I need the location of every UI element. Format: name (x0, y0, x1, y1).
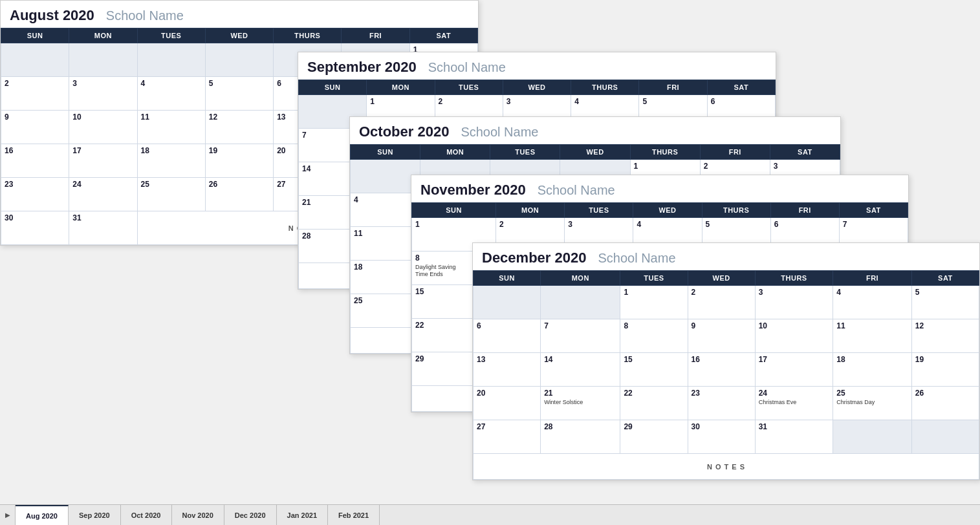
dec-sat-header: SAT (911, 271, 979, 286)
aug-tues-header: TUES (137, 28, 205, 43)
oct-sun-header: SUN (351, 145, 420, 160)
table-row (474, 286, 541, 319)
oct-thurs-header: THURS (630, 145, 700, 160)
table-row: 5 (205, 77, 273, 111)
table-row: 16 (688, 353, 755, 387)
table-row: 4 (351, 193, 420, 227)
table-row: 30 (688, 420, 755, 454)
table-row: 20 (474, 387, 541, 420)
aug-mon-header: MON (69, 28, 137, 43)
table-row: 9 (1, 111, 69, 144)
oct-tues-header: TUES (490, 145, 560, 160)
dec-thurs-header: THURS (755, 271, 833, 286)
sep-tues-header: TUES (435, 80, 503, 95)
aug-wed-header: WED (205, 28, 273, 43)
dec-tues-header: TUES (620, 271, 688, 286)
tab-dec-2020[interactable]: Dec 2020 (224, 505, 277, 525)
table-row: 5 (911, 286, 979, 319)
table-row: 23 (688, 387, 755, 420)
table-row: 14 (541, 353, 620, 387)
table-row: 28 (541, 420, 620, 454)
aug-thurs-header: THURS (274, 28, 342, 43)
oct-title: October 2020 (359, 123, 449, 140)
tab-sep-2020[interactable]: Sep 2020 (69, 505, 121, 525)
table-row: 31 (755, 420, 833, 454)
oct-school: School Name (461, 125, 538, 140)
table-row: 27 (474, 420, 541, 454)
table-row (205, 43, 273, 77)
table-row: 31 (69, 211, 137, 245)
table-row: 1 (620, 286, 688, 319)
table-row: 12 (205, 111, 273, 144)
table-row: 24 (69, 178, 137, 211)
dec-school: School Name (598, 251, 675, 266)
dec-sun-header: SUN (474, 271, 541, 286)
table-row: 10 (69, 111, 137, 144)
table-row: 11 (351, 227, 420, 261)
table-row: 4 (137, 77, 205, 111)
nov-fri-header: FRI (770, 203, 839, 218)
table-row: 2 (688, 286, 755, 319)
table-row (351, 160, 420, 193)
aug-school: School Name (106, 8, 184, 23)
table-row: 18 (833, 353, 912, 387)
table-row: 15 (620, 353, 688, 387)
nov-school: School Name (538, 183, 615, 198)
sep-sat-header: SAT (707, 80, 775, 95)
table-row: 25Christmas Day (833, 387, 912, 420)
tab-bar: ▶ Aug 2020 Sep 2020 Oct 2020 Nov 2020 De… (0, 504, 980, 525)
table-row (1, 43, 69, 77)
oct-sat-header: SAT (770, 145, 840, 160)
tab-aug-2020[interactable]: Aug 2020 (16, 505, 69, 525)
table-row: 3 (69, 77, 137, 111)
table-row: 12 (911, 319, 979, 353)
tab-oct-2020[interactable]: Oct 2020 (121, 505, 172, 525)
tab-nov-2020[interactable]: Nov 2020 (172, 505, 224, 525)
table-row (137, 43, 205, 77)
table-row (833, 420, 912, 454)
table-row: 17 (755, 353, 833, 387)
table-row: 22 (620, 387, 688, 420)
sep-wed-header: WED (503, 80, 571, 95)
table-row (541, 286, 620, 319)
nov-tues-header: TUES (565, 203, 633, 218)
sep-fri-header: FRI (639, 80, 707, 95)
table-row: 24Christmas Eve (755, 387, 833, 420)
table-row: 25 (137, 178, 205, 211)
table-row: 18 (137, 144, 205, 178)
sep-title: September 2020 (307, 59, 417, 76)
nov-wed-header: WED (633, 203, 702, 218)
table-row: 8 (620, 319, 688, 353)
tab-feb-2021[interactable]: Feb 2021 (328, 505, 380, 525)
nov-mon-header: MON (496, 203, 565, 218)
table-row: 19 (911, 353, 979, 387)
table-row: 6 (474, 319, 541, 353)
nov-sat-header: SAT (839, 203, 908, 218)
table-row: 16 (1, 144, 69, 178)
table-row: 7 (541, 319, 620, 353)
table-row: 30 (1, 211, 69, 245)
table-row: 3 (755, 286, 833, 319)
table-row: 18 (351, 261, 420, 294)
tab-scroll-left[interactable]: ▶ (0, 505, 16, 525)
nov-title: November 2020 (420, 182, 526, 198)
aug-fri-header: FRI (342, 28, 409, 43)
table-row: 25 (351, 294, 420, 328)
nov-thurs-header: THURS (702, 203, 770, 218)
sep-sun-header: SUN (299, 80, 367, 95)
table-row: 26 (205, 178, 273, 211)
dec-title: December 2020 (482, 250, 586, 266)
table-row: 9 (688, 319, 755, 353)
table-row: 23 (1, 178, 69, 211)
aug-title: August 2020 (10, 7, 94, 24)
table-row: 19 (205, 144, 273, 178)
dec-mon-header: MON (541, 271, 620, 286)
nov-sun-header: SUN (412, 203, 496, 218)
table-row (911, 420, 979, 454)
sep-mon-header: MON (367, 80, 435, 95)
dec-fri-header: FRI (833, 271, 912, 286)
aug-sun-header: SUN (1, 28, 69, 43)
tab-jan-2021[interactable]: Jan 2021 (277, 505, 328, 525)
oct-mon-header: MON (420, 145, 490, 160)
dec-notes: N O T E S (474, 454, 979, 480)
